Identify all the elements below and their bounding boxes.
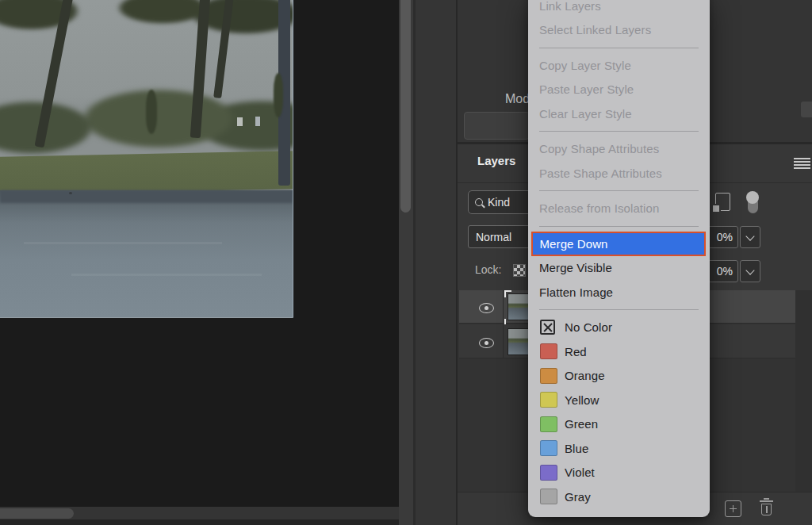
- menu-item-red[interactable]: Red: [528, 339, 710, 364]
- bird-on-water: [69, 192, 72, 194]
- menu-item-no-color[interactable]: No Color: [528, 316, 710, 340]
- menu-item-merge-down[interactable]: Merge Down: [531, 232, 706, 256]
- menu-item-link-layers: Link Layers: [528, 0, 710, 18]
- search-icon: [475, 198, 483, 206]
- menu-item-violet[interactable]: Violet: [528, 461, 710, 485]
- cypress-tree: [146, 90, 157, 134]
- yellow-swatch: [540, 392, 557, 408]
- fill-value: 0%: [717, 265, 733, 278]
- gray-swatch: [540, 489, 557, 504]
- lake-water: [0, 190, 293, 317]
- opacity-value: 0%: [717, 231, 733, 243]
- no-color-icon: [540, 320, 555, 335]
- grass-bank: [0, 151, 293, 195]
- shore-reflection: [0, 190, 293, 203]
- menu-separator: [539, 309, 699, 310]
- eye-icon[interactable]: [479, 303, 494, 313]
- lakeside-structure: [237, 117, 243, 126]
- menu-item-select-linked-layers: Select Linked Layers: [528, 18, 710, 43]
- chevron-down-icon: [745, 266, 754, 274]
- blend-mode-dropdown[interactable]: Normal: [468, 225, 536, 248]
- opacity-dropdown-button[interactable]: [740, 226, 760, 248]
- palm-fronds: [0, 0, 293, 49]
- red-swatch: [540, 343, 557, 359]
- lakeside-structure: [255, 117, 260, 126]
- properties-field-sliver: [801, 102, 812, 117]
- cypress-tree: [274, 73, 283, 117]
- menu-item-merge-visible[interactable]: Merge Visible: [528, 256, 710, 281]
- row-divider: [503, 324, 504, 358]
- kind-label: Kind: [488, 196, 510, 209]
- water-ripple: [24, 242, 222, 244]
- blue-swatch: [540, 440, 557, 456]
- menu-item-clear-layer-style: Clear Layer Style: [528, 102, 710, 126]
- mode-dropdown[interactable]: [464, 112, 530, 140]
- menu-separator: [539, 226, 699, 227]
- panel-dock-strip: [413, 0, 456, 525]
- menu-item-gray[interactable]: Gray: [528, 485, 710, 509]
- panel-scroll-gutter: [795, 290, 812, 492]
- layers-context-menu: Link Layers Select Linked Layers Copy La…: [528, 0, 710, 517]
- water-ripple: [71, 274, 262, 276]
- blend-mode-value: Normal: [476, 231, 511, 243]
- tab-layers[interactable]: Layers: [477, 154, 515, 167]
- selection-bracket: [504, 290, 511, 297]
- row-divider: [503, 290, 504, 323]
- eye-icon[interactable]: [479, 338, 494, 348]
- layer-filter-doc-icon[interactable]: [715, 193, 730, 211]
- menu-separator: [539, 48, 699, 48]
- mode-label: Mod: [505, 92, 530, 106]
- menu-item-copy-shape-attributes: Copy Shape Attributes: [528, 137, 710, 162]
- menu-item-yellow[interactable]: Yellow: [528, 388, 710, 412]
- vertical-scrollbar-thumb[interactable]: [400, 0, 411, 213]
- menu-item-paste-layer-style: Paste Layer Style: [528, 78, 710, 102]
- menu-item-release-from-isolation: Release from Isolation: [528, 197, 710, 221]
- delete-layer-icon[interactable]: [759, 498, 774, 517]
- fill-dropdown-button[interactable]: [740, 260, 760, 282]
- layer-filter-search[interactable]: Kind: [468, 190, 536, 214]
- menu-item-flatten-image[interactable]: Flatten Image: [528, 280, 710, 305]
- menu-item-orange[interactable]: Orange: [528, 364, 710, 389]
- menu-item-copy-layer-style: Copy Layer Style: [528, 53, 710, 78]
- panel-menu-icon[interactable]: [794, 158, 810, 169]
- menu-item-blue[interactable]: Blue: [528, 436, 710, 461]
- horizontal-scrollbar-thumb[interactable]: [0, 508, 74, 519]
- orange-swatch: [540, 368, 557, 384]
- menu-item-green[interactable]: Green: [528, 412, 710, 437]
- photoshop-window: Mod Layers Kind Normal 0%: [0, 0, 812, 525]
- green-swatch: [540, 416, 557, 432]
- document-image[interactable]: [0, 0, 293, 318]
- filter-toggle-icon[interactable]: [745, 191, 760, 214]
- chevron-down-icon: [745, 232, 754, 240]
- status-strip: [0, 519, 399, 525]
- violet-swatch: [540, 465, 557, 481]
- menu-item-paste-shape-attributes: Paste Shape Attributes: [528, 161, 710, 186]
- transparency-lock-icon[interactable]: [513, 264, 526, 277]
- menu-separator: [539, 190, 699, 191]
- lock-label: Lock:: [475, 263, 501, 276]
- new-layer-icon[interactable]: [725, 500, 741, 517]
- menu-separator: [539, 131, 699, 132]
